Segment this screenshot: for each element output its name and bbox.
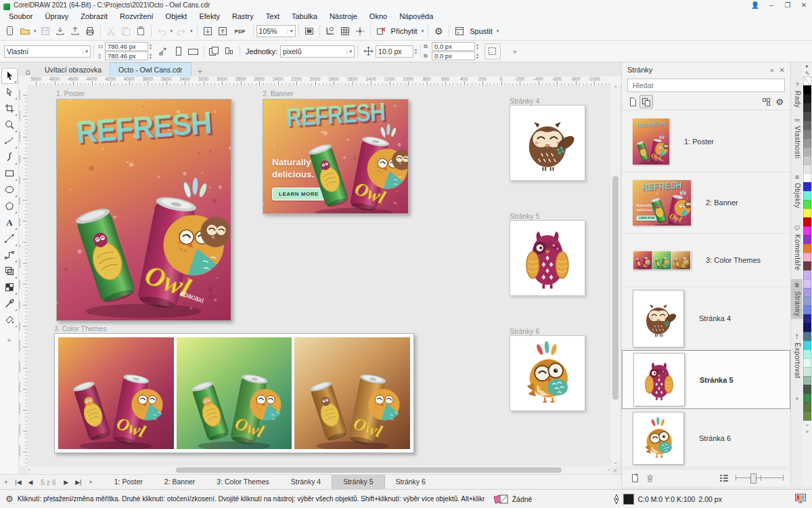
menu-item-rastry[interactable]: Rastry — [226, 11, 260, 22]
show-grid-button[interactable] — [338, 24, 353, 39]
color-swatch[interactable] — [803, 332, 811, 341]
text-tool[interactable]: A — [1, 214, 18, 230]
color-swatch[interactable] — [803, 138, 811, 148]
menu-item-soubor[interactable]: Soubor — [3, 11, 39, 22]
add-page-after-icon[interactable]: + — [85, 479, 97, 486]
color-swatch[interactable] — [803, 191, 811, 200]
pattern-fill-tool[interactable] — [1, 279, 18, 295]
units-select[interactable]: pixelů▾ — [280, 45, 355, 58]
options-gear-button[interactable]: ⚙ — [431, 24, 446, 39]
page-list-item-6[interactable]: Stránka 6 — [622, 409, 790, 467]
add-page-before-icon[interactable]: + — [0, 479, 12, 486]
color-swatch[interactable] — [803, 350, 811, 359]
themes-page[interactable]: OwlOwlOwl — [54, 333, 414, 453]
page-preset-select[interactable]: Vlastní▾ — [4, 45, 91, 58]
restore-button[interactable]: ❐ — [780, 0, 796, 11]
color-swatch[interactable] — [803, 288, 811, 297]
color-swatch[interactable] — [803, 402, 811, 412]
color-swatch[interactable] — [803, 121, 811, 130]
open-button[interactable] — [18, 24, 32, 39]
docker-tab-exportovat[interactable]: ⭱Exportovat — [791, 331, 803, 381]
palette-scroll-up-icon[interactable]: ▸ — [806, 62, 809, 70]
undo-button[interactable] — [154, 24, 169, 39]
scroll-up-icon[interactable]: ⌃ — [611, 85, 620, 92]
duplicate-y-field[interactable]: 0.0 px — [432, 51, 475, 60]
docker-tab-komentáře[interactable]: 🗩Komentáře — [791, 222, 803, 273]
home-tab-icon[interactable]: ⌂ — [19, 67, 37, 77]
new-page-icon[interactable] — [626, 95, 639, 108]
page-list-item-4[interactable]: Stránka 4 — [622, 287, 790, 350]
horizontal-ruler[interactable]: 5000480046004400420040003800360034003200… — [19, 77, 621, 86]
menu-item-objekt[interactable]: Objekt — [160, 11, 194, 22]
page-tab-6[interactable]: Stránky 6 — [385, 475, 436, 489]
status-gear-icon[interactable]: ⚙ — [5, 494, 14, 504]
color-swatch[interactable] — [803, 253, 811, 262]
color-swatch[interactable] — [803, 173, 811, 183]
color-swatch[interactable] — [803, 147, 811, 156]
menu-item-text[interactable]: Text — [260, 11, 286, 22]
color-swatch[interactable] — [803, 217, 811, 227]
page-list-item-5[interactable]: Stránka 5 — [622, 350, 790, 409]
save-button[interactable] — [38, 24, 53, 39]
new-document-button[interactable] — [3, 24, 18, 39]
canvas-vertical-scrollbar[interactable]: ⌃ ⌄ — [611, 85, 620, 466]
page-tab-2[interactable]: 2: Banner — [154, 475, 206, 489]
duplicate-x-field[interactable]: 0.0 px — [432, 42, 475, 51]
no-color-swatch[interactable] — [803, 77, 811, 86]
open-button-caret[interactable]: ▾ — [34, 28, 37, 34]
previous-page-icon[interactable]: ◀ — [24, 479, 37, 486]
poster-page[interactable]: REFRESHOwlabacaxi — [56, 99, 231, 321]
palette-scroll-down-icon[interactable]: ⌄ — [805, 421, 810, 428]
color-swatch[interactable] — [803, 314, 811, 324]
all-pages-button[interactable] — [207, 44, 222, 59]
line-tool[interactable] — [1, 230, 18, 247]
slider-handle[interactable] — [750, 473, 757, 484]
full-screen-preview-button[interactable] — [302, 24, 317, 39]
add-page-icon[interactable] — [627, 471, 642, 486]
menu-item-nstroje[interactable]: Nástroje — [323, 11, 363, 22]
page-list-item-3[interactable]: OwlOwlOwl3: Color Themes — [622, 234, 790, 287]
snap-caret[interactable]: ▾ — [422, 28, 424, 34]
drawing-canvas[interactable]: 1. PosterREFRESHOwlabacaxi2. BannerREFRE… — [27, 85, 611, 466]
scroll-left-icon[interactable]: ‹ — [28, 467, 30, 473]
crop-tool[interactable] — [1, 100, 18, 117]
import-dialog-button[interactable] — [200, 24, 215, 39]
minimize-button[interactable]: – — [763, 0, 780, 11]
color-swatch[interactable] — [803, 165, 811, 174]
color-swatch[interactable] — [803, 305, 811, 315]
polygon-tool[interactable] — [1, 198, 18, 214]
next-page-icon[interactable]: ▶ — [60, 479, 72, 486]
dup-x-spinner[interactable]: ▲▼ — [476, 43, 479, 50]
vertical-scroll-thumb[interactable] — [612, 176, 618, 400]
color-swatch[interactable] — [803, 297, 811, 306]
docker-options-gear-icon[interactable]: ⚙ — [773, 95, 786, 108]
import-button[interactable] — [53, 24, 68, 39]
canvas-horizontal-scrollbar[interactable]: ‹ › — [27, 466, 611, 474]
interactive-fill-tool[interactable] — [1, 312, 18, 328]
owl-page4[interactable] — [510, 105, 585, 181]
copy-button[interactable] — [118, 24, 133, 39]
redo-button[interactable] — [174, 24, 189, 39]
fill-status[interactable]: Žádné — [494, 494, 533, 505]
rectangle-tool[interactable] — [1, 165, 18, 182]
eyedropper-tool[interactable] — [1, 295, 18, 312]
color-swatch[interactable] — [803, 209, 811, 218]
publish-pdf-button[interactable]: PDF — [230, 24, 250, 39]
color-swatch[interactable] — [803, 182, 811, 192]
treat-as-filled-button[interactable] — [484, 43, 501, 60]
color-swatch[interactable] — [803, 394, 811, 403]
current-page-button[interactable] — [222, 44, 237, 59]
paste-button[interactable] — [133, 24, 148, 39]
pick-tool[interactable] — [1, 68, 18, 84]
owl-page6[interactable] — [510, 335, 585, 411]
undo-button-caret[interactable]: ▾ — [171, 28, 173, 34]
snap-off-button[interactable] — [374, 24, 388, 39]
color-swatch[interactable] — [803, 103, 811, 112]
show-guidelines-button[interactable] — [353, 24, 367, 39]
docker-tab-stránky[interactable]: 🗎Stránky — [791, 279, 803, 319]
docker-tab-vlastnosti[interactable]: ≔Vlastnosti — [791, 114, 803, 161]
last-page-icon[interactable]: ▶| — [72, 479, 85, 486]
color-swatch[interactable] — [803, 367, 811, 377]
color-swatch[interactable] — [803, 376, 811, 385]
thumbnail-view-icon[interactable] — [639, 95, 653, 108]
